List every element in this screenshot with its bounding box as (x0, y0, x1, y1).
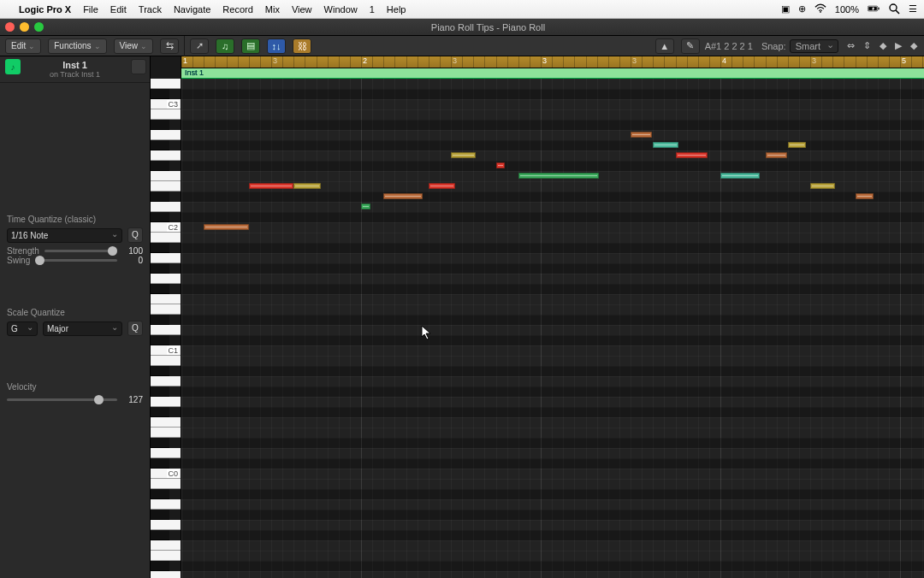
black-key[interactable] (151, 263, 169, 274)
functions-menu-button[interactable]: Functions (48, 38, 106, 54)
white-key[interactable] (151, 376, 181, 386)
black-key[interactable] (151, 335, 169, 345)
white-key[interactable] (151, 325, 181, 335)
white-key[interactable] (151, 130, 181, 140)
menu-window[interactable]: Window (324, 4, 358, 15)
region-color-chip[interactable]: ♪ (5, 59, 21, 74)
black-key[interactable] (151, 89, 169, 99)
scale-quantize-button[interactable]: Q (127, 321, 143, 336)
airdrop-icon[interactable]: ⊕ (798, 3, 806, 15)
white-key[interactable] (151, 417, 181, 428)
strength-slider[interactable] (44, 250, 117, 252)
region-bar[interactable]: Inst 1 Inst 1 (181, 68, 924, 79)
control-center-icon[interactable]: ☰ (909, 3, 917, 15)
black-key[interactable] (151, 366, 169, 376)
zoom-vert-icon[interactable]: ⇕ (863, 40, 871, 51)
piano-keyboard[interactable]: C3C2C1C0C-1 (151, 56, 181, 578)
black-key[interactable] (151, 315, 169, 325)
white-key[interactable] (151, 274, 181, 284)
midi-note[interactable] (293, 183, 321, 189)
white-key[interactable] (151, 551, 181, 561)
white-key[interactable] (151, 171, 181, 181)
collapse-mode-toggle[interactable]: ▤ (241, 38, 260, 54)
menu-edit[interactable]: Edit (110, 4, 127, 15)
menu-navigate[interactable]: Navigate (174, 4, 210, 15)
black-key[interactable] (151, 530, 169, 540)
midi-note[interactable] (653, 142, 678, 148)
white-key[interactable] (151, 540, 181, 551)
black-key[interactable] (151, 438, 169, 448)
black-key[interactable] (151, 243, 169, 253)
velocity-slider[interactable] (7, 398, 117, 401)
midi-note[interactable] (429, 183, 456, 189)
black-key[interactable] (151, 458, 169, 469)
scale-root-select[interactable]: G (7, 321, 38, 336)
black-key[interactable] (151, 407, 169, 417)
white-key[interactable] (151, 304, 181, 315)
automation-icon[interactable]: ◆ (910, 40, 917, 51)
black-key[interactable] (151, 510, 169, 520)
menu-file[interactable]: File (83, 4, 98, 15)
midi-note[interactable] (496, 162, 506, 168)
white-key[interactable] (151, 150, 181, 161)
quantize-now-button[interactable]: Q (127, 227, 143, 243)
midi-note[interactable] (788, 142, 806, 148)
white-key[interactable] (151, 233, 181, 243)
midi-note[interactable] (204, 224, 249, 230)
menu-mix[interactable]: Mix (265, 4, 280, 15)
scroll-in-play-icon[interactable]: ▶ (895, 40, 902, 51)
screen-record-icon[interactable]: ▣ (781, 3, 790, 15)
white-key[interactable] (151, 79, 181, 89)
spotlight-icon[interactable] (888, 3, 900, 16)
midi-note[interactable] (631, 132, 652, 138)
black-key[interactable] (151, 120, 169, 130)
midi-note[interactable] (676, 152, 708, 158)
midi-note[interactable] (518, 173, 600, 179)
piano-roll-grid[interactable]: 132333435 Inst 1 Inst 1 (181, 56, 924, 578)
link-mode-toggle[interactable]: ↕↓ (267, 38, 286, 54)
black-key[interactable] (151, 192, 169, 202)
catch-toggle[interactable]: ⛓ (293, 38, 311, 54)
edit-menu-button[interactable]: Edit (5, 38, 41, 54)
window-minimize-button[interactable] (20, 22, 29, 32)
black-key[interactable] (151, 489, 169, 499)
menu-1[interactable]: 1 (370, 4, 375, 15)
white-key[interactable] (151, 428, 181, 438)
white-key[interactable] (151, 253, 181, 263)
midi-note[interactable] (361, 203, 370, 209)
white-key[interactable] (151, 356, 181, 366)
black-key[interactable] (151, 284, 169, 294)
midi-note[interactable] (383, 193, 423, 199)
white-key[interactable] (151, 109, 181, 120)
menu-help[interactable]: Help (387, 4, 406, 15)
white-key[interactable] (151, 479, 181, 489)
white-key[interactable] (151, 181, 181, 192)
black-key[interactable] (151, 386, 169, 397)
white-key[interactable] (151, 520, 181, 530)
white-key[interactable] (151, 202, 181, 212)
battery-icon[interactable] (868, 3, 880, 16)
pencil-tool[interactable]: ✎ (681, 38, 700, 54)
bar-ruler[interactable]: 132333435 (181, 56, 924, 68)
snap-select[interactable]: Smart (790, 39, 838, 53)
menu-track[interactable]: Track (139, 4, 162, 15)
app-menu[interactable]: Logic Pro X (19, 4, 71, 15)
view-menu-button[interactable]: View (114, 38, 154, 54)
local-inspector-toggle[interactable]: ⇆ (160, 38, 179, 54)
midi-note[interactable] (766, 152, 787, 158)
midi-note[interactable] (810, 183, 835, 189)
white-key[interactable] (151, 294, 181, 304)
white-key[interactable] (151, 499, 181, 510)
midi-note[interactable] (451, 152, 476, 158)
pointer-tool[interactable]: ▲ (655, 38, 674, 54)
zoom-horiz-icon[interactable]: ⇔ (847, 40, 855, 51)
scale-mode-select[interactable]: Major (43, 321, 122, 336)
window-zoom-button[interactable] (34, 22, 44, 32)
window-close-button[interactable] (5, 22, 15, 32)
midi-out-toggle[interactable]: ♫ (216, 38, 234, 54)
inspector-pin-button[interactable] (131, 59, 146, 74)
black-key[interactable] (151, 561, 169, 571)
black-key[interactable] (151, 140, 169, 150)
menu-view[interactable]: View (292, 4, 312, 15)
swing-slider[interactable] (35, 259, 117, 262)
